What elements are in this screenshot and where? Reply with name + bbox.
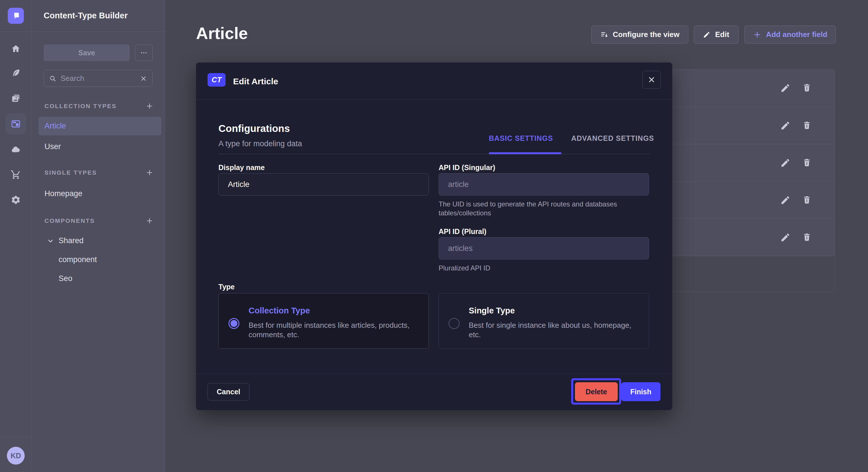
edit-article-modal: CT Edit Article Configurations A type fo… [196, 63, 672, 410]
type-label: Type [218, 283, 235, 291]
api-id-plural-label: API ID (Plural) [439, 227, 487, 236]
collection-type-description: Best for multiple instances like article… [249, 321, 420, 339]
single-type-radio[interactable] [448, 318, 460, 329]
single-type-card[interactable]: Single Type Best for single instance lik… [439, 293, 649, 349]
cancel-button[interactable]: Cancel [208, 383, 249, 401]
api-id-plural-help: Pluralized API ID [439, 264, 642, 272]
finish-button[interactable]: Finish [621, 382, 660, 401]
footer-divider [196, 374, 672, 374]
tabs-divider [218, 154, 650, 154]
api-id-singular-help: The UID is used to generate the API rout… [439, 200, 642, 217]
display-name-input[interactable] [218, 173, 429, 196]
api-id-singular-input[interactable] [439, 173, 649, 196]
close-button[interactable] [642, 71, 661, 89]
configurations-subtitle: A type for modeling data [218, 139, 302, 148]
modal-header: CT Edit Article [196, 63, 672, 100]
single-type-description: Best for single instance like about us, … [469, 321, 640, 339]
content-type-badge: CT [208, 73, 226, 87]
tab-basic-settings[interactable]: BASIC SETTINGS [489, 134, 553, 142]
api-id-singular-label: API ID (Singular) [439, 164, 495, 172]
active-tab-underline [489, 152, 561, 154]
modal-title: Edit Article [233, 76, 278, 86]
delete-button[interactable]: Delete [575, 382, 618, 401]
configurations-title: Configurations [218, 123, 290, 134]
collection-type-radio[interactable] [228, 318, 239, 329]
single-type-title: Single Type [469, 306, 515, 315]
tab-advanced-settings[interactable]: ADVANCED SETTINGS [571, 134, 654, 142]
api-id-plural-input[interactable] [439, 237, 649, 260]
collection-type-card[interactable]: Collection Type Best for multiple instan… [218, 293, 429, 349]
collection-type-title: Collection Type [249, 306, 310, 315]
display-name-label: Display name [218, 164, 265, 172]
